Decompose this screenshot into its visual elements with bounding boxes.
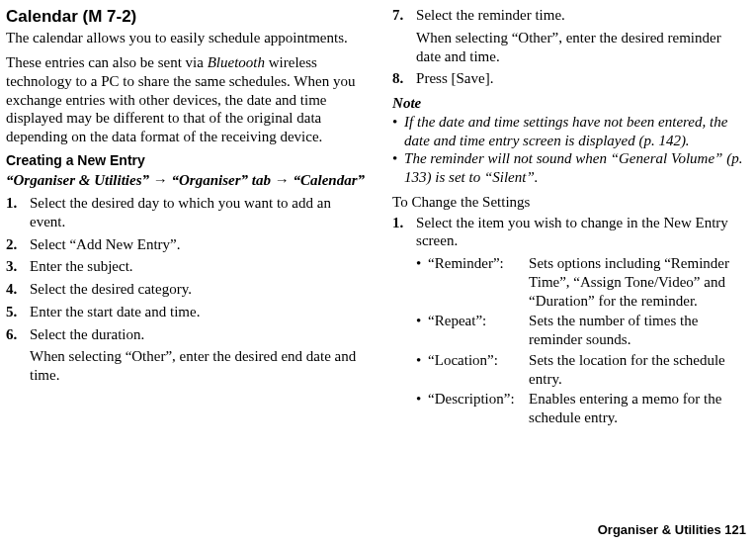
def-term: “Reminder”: [428, 254, 529, 310]
change-settings-steps: 1. Select the item you wish to change in… [392, 214, 746, 251]
manual-page: Calendar (M 7-2) The calendar allows you… [0, 0, 756, 546]
change-step-1: 1. Select the item you wish to change in… [392, 214, 746, 251]
bullet-icon: • [392, 113, 404, 150]
bullet-icon: • [416, 351, 428, 389]
section-title: Calendar (M 7-2) [6, 6, 367, 27]
step-number: 6. [6, 325, 30, 344]
step-number: 1. [6, 194, 30, 231]
intro-paragraph-2: These entries can also be sent via Bluet… [6, 53, 367, 146]
title-text: Calendar [6, 7, 78, 26]
nav-seg2: “Organiser” tab [172, 172, 271, 188]
steps-list-right-2: 8. Press [Save]. [392, 69, 746, 88]
note-list: • If the date and time settings have not… [392, 113, 746, 187]
step-7-note: When selecting “Other”, enter the desire… [416, 29, 746, 66]
step-number: 4. [6, 280, 30, 299]
arrow-icon: → [153, 172, 168, 188]
note-item-2: • The reminder will not sound when “Gene… [392, 149, 746, 187]
nav-seg1: “Organiser & Utilities” [6, 172, 149, 188]
bullet-icon: • [416, 390, 428, 427]
def-desc: Enables entering a memo for the schedule… [529, 390, 746, 427]
step-text: Enter the start date and time. [30, 303, 367, 321]
bullet-icon: • [416, 254, 428, 310]
def-term: “Location”: [428, 351, 529, 389]
definition-list: • “Reminder”: Sets options including “Re… [416, 254, 746, 427]
step-7: 7. Select the reminder time. [392, 6, 746, 25]
step-text: Select “Add New Entry”. [30, 235, 367, 254]
step-text: Select the item you wish to change in th… [416, 214, 746, 251]
step-number: 8. [392, 69, 416, 88]
step-text: Select the reminder time. [416, 6, 746, 25]
step-number: 5. [6, 303, 30, 321]
def-location: • “Location”: Sets the location for the … [416, 351, 746, 389]
step-1: 1. Select the desired day to which you w… [6, 194, 367, 231]
step-number: 7. [392, 6, 416, 25]
creating-entry-heading: Creating a New Entry [6, 152, 367, 170]
note-item-1: • If the date and time settings have not… [392, 113, 746, 150]
step-text: Select the desired day to which you want… [30, 194, 367, 231]
page-footer: Organiser & Utilities 121 [6, 495, 746, 538]
note-text: If the date and time settings have not b… [404, 113, 746, 150]
step-2: 2. Select “Add New Entry”. [6, 235, 367, 254]
step-text: Select the desired category. [30, 280, 367, 299]
def-reminder: • “Reminder”: Sets options including “Re… [416, 254, 746, 310]
def-description: • “Description”: Enables entering a memo… [416, 390, 746, 427]
intro-paragraph-1: The calendar allows you to easily schedu… [6, 29, 367, 47]
steps-list-left: 1. Select the desired day to which you w… [6, 194, 367, 343]
step-4: 4. Select the desired category. [6, 280, 367, 299]
step-8: 8. Press [Save]. [392, 69, 746, 88]
bluetooth-word: Bluetooth [208, 54, 265, 70]
def-repeat: • “Repeat”: Sets the number of times the… [416, 312, 746, 349]
step-text: Enter the subject. [30, 257, 367, 276]
menu-code: (M 7-2) [82, 7, 136, 26]
def-term: “Repeat”: [428, 312, 529, 349]
step-text: Press [Save]. [416, 69, 746, 88]
step-6-note: When selecting “Other”, enter the desire… [30, 347, 367, 385]
arrow-icon: → [275, 172, 290, 188]
step-number: 1. [392, 214, 416, 251]
right-column: 7. Select the reminder time. When select… [392, 6, 746, 495]
def-desc: Sets options including “Reminder Time”, … [529, 254, 746, 310]
def-term: “Description”: [428, 390, 529, 427]
step-text: Select the duration. [30, 325, 367, 344]
note-label: Note [392, 94, 746, 113]
intro2-pre: These entries can also be sent via [6, 54, 208, 70]
def-desc: Sets the location for the schedule entry… [529, 351, 746, 389]
bullet-icon: • [392, 149, 404, 187]
left-column: Calendar (M 7-2) The calendar allows you… [6, 6, 367, 495]
def-desc: Sets the number of times the reminder so… [529, 312, 746, 349]
step-5: 5. Enter the start date and time. [6, 303, 367, 321]
step-6: 6. Select the duration. [6, 325, 367, 344]
nav-path: “Organiser & Utilities” → “Organiser” ta… [6, 171, 367, 190]
note-text: The reminder will not sound when “Genera… [404, 149, 746, 187]
two-column-layout: Calendar (M 7-2) The calendar allows you… [6, 6, 746, 495]
bullet-icon: • [416, 312, 428, 349]
step-number: 3. [6, 257, 30, 276]
change-settings-heading: To Change the Settings [392, 193, 746, 212]
step-number: 2. [6, 235, 30, 254]
nav-seg3: “Calendar” [293, 172, 365, 188]
step-3: 3. Enter the subject. [6, 257, 367, 276]
steps-list-right: 7. Select the reminder time. [392, 6, 746, 25]
